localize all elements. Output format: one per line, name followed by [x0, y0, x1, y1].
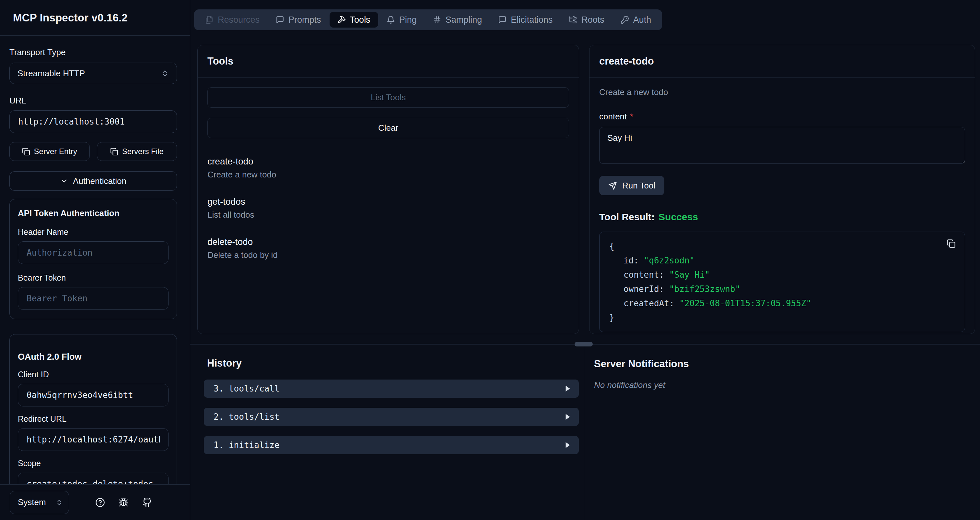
scope-input[interactable] — [27, 479, 160, 484]
tool-detail-body: Create a new todo content * Say Hi Run T… — [590, 78, 975, 334]
required-asterisk: * — [630, 112, 633, 122]
sidebar-header: MCP Inspector v0.16.2 — [0, 0, 190, 36]
tool-list-item[interactable]: get-todos List all todos — [207, 196, 569, 220]
authentication-toggle[interactable]: Authentication — [10, 171, 177, 191]
hammer-icon — [337, 16, 346, 24]
json-key: createdAt: — [624, 298, 679, 308]
tool-list-item[interactable]: delete-todo Delete a todo by id — [207, 237, 569, 260]
redirect-url-input[interactable] — [27, 435, 160, 444]
expand-arrow-icon — [565, 414, 570, 420]
tools-panel-title: Tools — [198, 45, 579, 78]
theme-select[interactable]: System — [10, 491, 69, 514]
folder-tree-icon — [569, 16, 577, 24]
tab-tools[interactable]: Tools — [329, 12, 378, 27]
json-entry: content: "Say Hi" — [609, 268, 955, 282]
server-notifications-panel: Server Notifications No notifications ye… — [584, 345, 980, 520]
scope-label: Scope — [18, 459, 169, 468]
copy-result-button[interactable] — [947, 239, 956, 248]
result-json-block: { id: "q6z2sodn" content: "Say Hi" owner… — [599, 231, 965, 332]
tool-name: create-todo — [207, 156, 569, 167]
tools-panel: Tools List Tools Clear create-todo Creat… — [197, 45, 579, 334]
content-field-row: content * — [599, 112, 965, 122]
redirect-url-input-wrap — [18, 428, 169, 451]
servers-file-button[interactable]: Servers File — [97, 142, 177, 161]
tool-description: Delete a todo by id — [207, 250, 569, 260]
tab-auth[interactable]: Auth — [613, 12, 659, 27]
tab-roots[interactable]: Roots — [561, 12, 612, 27]
help-button[interactable] — [95, 498, 105, 507]
history-item[interactable]: 2. tools/list — [204, 408, 579, 426]
scope-input-wrap — [18, 473, 169, 484]
send-icon — [608, 181, 617, 190]
message-square-icon — [498, 16, 506, 24]
history-item[interactable]: 3. tools/call — [204, 380, 579, 398]
github-icon — [142, 498, 152, 507]
tab-elicitations[interactable]: Elicitations — [490, 12, 560, 27]
api-token-card: API Token Authentication Header Name Bea… — [10, 199, 177, 319]
content-field-input[interactable]: Say Hi — [599, 127, 965, 164]
run-tool-button[interactable]: Run Tool — [599, 176, 664, 195]
sidebar-footer: System — [0, 484, 190, 520]
tab-resources[interactable]: Resources — [197, 12, 267, 27]
header-name-input-wrap — [18, 241, 169, 264]
json-entry: createdAt: "2025-08-01T15:37:05.955Z" — [609, 296, 955, 311]
history-item[interactable]: 1. initialize — [204, 436, 579, 454]
server-entry-label: Server Entry — [34, 147, 77, 156]
json-value: "Say Hi" — [669, 270, 710, 280]
tool-detail-title: create-todo — [590, 45, 975, 78]
files-icon — [205, 16, 213, 24]
bottom-panes: History 3. tools/call 2. tools/list — [190, 345, 980, 520]
tool-description: List all todos — [207, 210, 569, 220]
tools-panel-body: List Tools Clear create-todo Create a ne… — [198, 78, 579, 334]
client-id-input[interactable] — [27, 390, 160, 400]
no-notifications-text: No notifications yet — [594, 380, 980, 390]
tab-ping[interactable]: Ping — [379, 12, 425, 27]
history-list: 3. tools/call 2. tools/list 1. initializ… — [204, 380, 579, 454]
main-area: Resources Prompts Tools — [190, 0, 980, 520]
sidebar-scroll-area[interactable]: Transport Type Streamable HTTP URL Serve… — [0, 36, 190, 484]
copy-icon — [947, 239, 956, 248]
theme-select-value: System — [18, 497, 46, 507]
github-button[interactable] — [142, 498, 152, 507]
tab-label: Ping — [399, 15, 417, 25]
server-entry-button[interactable]: Server Entry — [10, 142, 90, 161]
oauth-card: OAuth 2.0 Flow Client ID Redirect URL Sc… — [10, 334, 177, 484]
content-field-label: content — [599, 112, 627, 122]
sidebar: MCP Inspector v0.16.2 Transport Type Str… — [0, 0, 190, 520]
json-entry: ownerId: "bzif253zswnb" — [609, 282, 955, 296]
json-value: "q6z2sodn" — [644, 255, 695, 265]
json-value: "bzif253zswnb" — [669, 284, 740, 294]
client-id-label: Client ID — [18, 370, 169, 379]
history-title: History — [207, 357, 584, 369]
redirect-url-label: Redirect URL — [18, 414, 169, 424]
tab-label: Roots — [581, 15, 605, 25]
header-name-input[interactable] — [27, 248, 160, 258]
list-tools-button[interactable]: List Tools — [207, 87, 569, 108]
clear-button[interactable]: Clear — [207, 118, 569, 138]
url-input[interactable] — [18, 117, 168, 126]
tab-label: Auth — [633, 15, 651, 25]
hash-icon — [433, 16, 441, 24]
history-item-label: 2. tools/list — [213, 412, 280, 422]
tool-list-item[interactable]: create-todo Create a new todo — [207, 156, 569, 180]
copy-icon — [110, 148, 118, 156]
api-token-title: API Token Authentication — [18, 208, 169, 218]
tab-label: Elicitations — [511, 15, 552, 25]
split-drag-handle[interactable] — [574, 342, 593, 346]
json-key: id: — [624, 255, 644, 265]
json-close-brace: } — [609, 311, 955, 325]
transport-type-select[interactable]: Streamable HTTP — [10, 62, 177, 84]
tab-bar-row: Resources Prompts Tools — [190, 0, 980, 30]
debug-button[interactable] — [119, 498, 128, 507]
history-item-label: 3. tools/call — [213, 384, 280, 394]
bearer-token-input[interactable] — [27, 293, 160, 303]
tool-result-row: Tool Result: Success — [599, 212, 965, 223]
oauth-title: OAuth 2.0 Flow — [18, 352, 169, 362]
tab-label: Prompts — [288, 15, 321, 25]
server-notifications-title: Server Notifications — [594, 358, 980, 370]
key-icon — [620, 16, 629, 24]
tool-result-status: Success — [659, 212, 698, 223]
json-open-brace: { — [609, 239, 955, 254]
tab-prompts[interactable]: Prompts — [268, 12, 329, 27]
tab-sampling[interactable]: Sampling — [425, 12, 490, 27]
